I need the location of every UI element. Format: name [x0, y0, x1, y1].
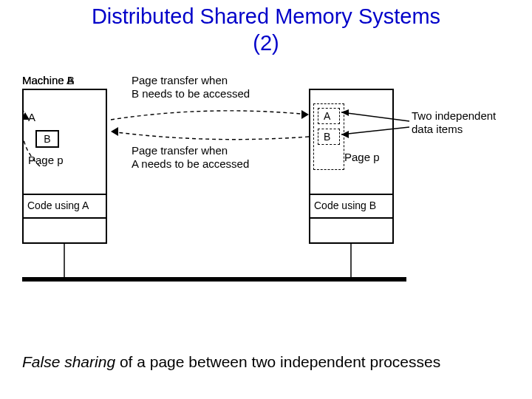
- caption: False sharing of a page between two inde…: [22, 353, 510, 371]
- box-code-a: Code using A: [22, 194, 107, 219]
- box-b-left: B: [35, 130, 59, 148]
- dashed-page: [313, 103, 344, 170]
- svg-marker-1: [111, 127, 118, 136]
- label-transfer-a: Page transfer when A needs to be accesse…: [132, 144, 249, 171]
- caption-rest: of a page between two independent proces…: [115, 353, 440, 370]
- slide-title: Distributed Shared Memory Systems (2): [0, 3, 532, 56]
- caption-italic: False sharing: [22, 353, 115, 370]
- label-pagep-right: Page p: [344, 151, 380, 164]
- machine-a-box: A B Page p Code using A: [22, 89, 107, 244]
- diagram-area: Machine A Machine B A B Page p Code usin…: [22, 74, 510, 303]
- label-transfer-b: Page transfer when B needs to be accesse…: [132, 74, 250, 100]
- label-machine-b: Machine B: [22, 74, 75, 87]
- label-pagep-left: Page p: [28, 154, 64, 167]
- machine-b-box: A B Page p Code using B: [309, 89, 394, 244]
- svg-marker-0: [301, 110, 309, 119]
- box-code-b: Code using B: [309, 194, 394, 219]
- label-two-items: Two independent data items: [412, 109, 496, 136]
- label-a-left: A: [28, 111, 35, 124]
